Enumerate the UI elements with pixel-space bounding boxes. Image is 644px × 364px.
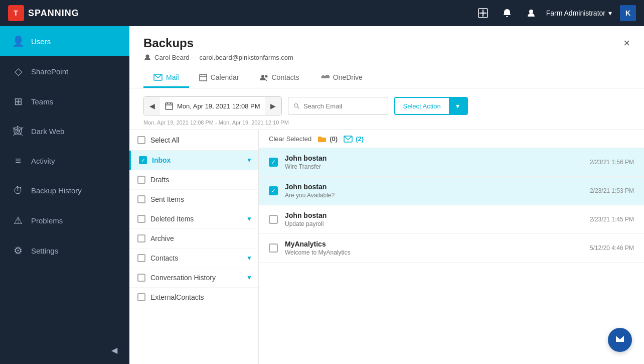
chat-button[interactable] (608, 328, 632, 352)
main-layout: 👤 Users ◇ SharePoint ⊞ Teams 🕸 Dark Web … (0, 26, 644, 364)
app-logo: T SPANNING (8, 5, 79, 21)
panel-title: Backups (143, 36, 194, 50)
date-next-button[interactable]: ▶ (265, 97, 281, 115)
folder-checkbox-contacts[interactable] (137, 254, 145, 262)
folder-dropdown-contacts[interactable]: ▼ (246, 255, 252, 262)
folder-checkbox-archive[interactable] (137, 234, 145, 242)
date-value: Mon, Apr 19, 2021 12:08 PM (177, 102, 260, 110)
sidebar: 👤 Users ◇ SharePoint ⊞ Teams 🕸 Dark Web … (0, 26, 129, 364)
clear-selected-button[interactable]: Clear Selected (269, 135, 311, 143)
folder-label-conversation-history: Conversation History (150, 274, 216, 282)
folder-label-drafts: Drafts (150, 176, 169, 184)
folder-item-deleted-items[interactable]: Deleted Items ▼ (129, 209, 258, 229)
svg-line-17 (297, 107, 299, 108)
sidebar-item-sharepoint[interactable]: ◇ SharePoint (0, 56, 129, 86)
user-dropdown-arrow: ▾ (608, 9, 612, 17)
folder-dropdown-inbox[interactable]: ▼ (246, 157, 252, 164)
folder-panel: Select All Inbox ▼ Drafts Sent Items (129, 130, 259, 364)
user-menu[interactable]: Farm Administrator ▾ (546, 9, 612, 17)
folder-checkbox-conversation-history[interactable] (137, 274, 145, 282)
folder-checkbox-deleted-items[interactable] (137, 215, 145, 223)
sidebar-collapse-button[interactable]: ◀ (0, 336, 129, 364)
logo-icon: T (8, 5, 24, 21)
folder-checkbox-drafts[interactable] (137, 176, 145, 184)
mail-badge-icon (344, 136, 353, 143)
folder-item-archive[interactable]: Archive (129, 229, 258, 249)
folder-item-external-contacts[interactable]: ExternalContacts (129, 288, 258, 307)
email-row-4[interactable]: MyAnalytics Welcome to MyAnalytics 5/12/… (259, 234, 644, 263)
email-date-4: 5/12/20 4:46 PM (590, 245, 634, 252)
folder-dropdown-deleted[interactable]: ▼ (246, 215, 252, 222)
tab-bar: Mail Calendar Contacts OneDrive (143, 68, 630, 88)
svg-rect-12 (166, 103, 173, 109)
folder-label-external-contacts: ExternalContacts (150, 293, 204, 301)
email-sender-2: John bostan (285, 183, 583, 191)
email-checkbox-3[interactable] (269, 215, 278, 224)
user-email: Carol Beard — carol.beard@pinkstonfarms.… (154, 54, 293, 61)
folder-checkbox-sent-items[interactable] (137, 195, 145, 203)
select-action-dropdown[interactable]: ▾ (449, 98, 467, 114)
folder-checkbox-inbox[interactable] (139, 156, 147, 164)
add-button[interactable] (474, 4, 492, 22)
email-row-2[interactable]: John bostan Are you Available? 2/23/21 1… (259, 177, 644, 205)
email-info-1: John bostan Wire Transfer (285, 154, 583, 170)
sidebar-item-darkweb[interactable]: 🕸 Dark Web (0, 116, 129, 146)
panel-subtitle: Carol Beard — carol.beard@pinkstonfarms.… (143, 53, 630, 61)
backup-history-icon: ⏱ (12, 185, 24, 196)
notifications-button[interactable] (498, 4, 516, 22)
tab-mail-label: Mail (166, 73, 179, 81)
sidebar-item-backup-history[interactable]: ⏱ Backup History (0, 176, 129, 205)
tab-calendar[interactable]: Calendar (189, 68, 249, 88)
email-checkbox-4[interactable] (269, 244, 278, 253)
sidebar-label-settings: Settings (31, 247, 58, 255)
email-checkbox-2[interactable] (269, 186, 278, 195)
folder-item-inbox[interactable]: Inbox ▼ (129, 151, 258, 170)
sidebar-label-backup-history: Backup History (31, 186, 82, 195)
sidebar-item-users[interactable]: 👤 Users (0, 26, 129, 56)
sidebar-item-problems[interactable]: ⚠ Problems (0, 205, 129, 235)
mail-badge-count: (2) (356, 135, 364, 143)
search-input[interactable] (303, 102, 383, 110)
sidebar-item-activity[interactable]: ≡ Activity (0, 146, 129, 176)
folder-checkbox-external-contacts[interactable] (137, 293, 145, 301)
kace-logo: K (620, 5, 636, 21)
select-action-button[interactable]: Select Action ▾ (394, 97, 468, 115)
tab-contacts[interactable]: Contacts (249, 68, 309, 88)
user-profile-button[interactable] (522, 4, 540, 22)
panel-header: Backups × Carol Beard — carol.beard@pink… (129, 26, 644, 88)
email-date-1: 2/23/21 1:56 PM (590, 159, 634, 166)
folder-item-sent-items[interactable]: Sent Items (129, 190, 258, 209)
tab-onedrive[interactable]: OneDrive (309, 68, 373, 88)
calendar-icon (165, 102, 173, 110)
tab-onedrive-label: OneDrive (333, 73, 363, 81)
folder-item-conversation-history[interactable]: Conversation History ▼ (129, 268, 258, 288)
date-prev-button[interactable]: ◀ (144, 97, 160, 115)
email-subject-2: Are you Available? (285, 192, 583, 199)
folder-label-archive: Archive (150, 234, 174, 242)
email-header-bar: Clear Selected (0) (2) (259, 130, 644, 148)
email-checkbox-1[interactable] (269, 158, 278, 167)
toolbar-row: ◀ Mon, Apr 19, 2021 12:08 PM ▶ Select Ac… (129, 88, 644, 119)
select-all-row: Select All (129, 130, 258, 151)
email-date-3: 2/23/21 1:45 PM (590, 216, 634, 223)
teams-icon: ⊞ (12, 95, 24, 107)
settings-icon: ⚙ (12, 245, 24, 257)
sidebar-label-sharepoint: SharePoint (31, 67, 68, 76)
sidebar-item-teams[interactable]: ⊞ Teams (0, 86, 129, 116)
folder-item-contacts[interactable]: Contacts ▼ (129, 249, 258, 268)
folder-label-inbox: Inbox (152, 156, 171, 164)
onedrive-tab-icon (319, 74, 330, 80)
sidebar-label-darkweb: Dark Web (31, 127, 64, 136)
close-button[interactable]: × (623, 38, 630, 49)
folder-badge-count: (0) (330, 135, 338, 143)
email-row-1[interactable]: John bostan Wire Transfer 2/23/21 1:56 P… (259, 148, 644, 177)
folder-dropdown-conversation[interactable]: ▼ (246, 274, 252, 281)
email-sender-4: MyAnalytics (285, 240, 583, 248)
email-row-3[interactable]: John bostan Update payroll 2/23/21 1:45 … (259, 205, 644, 234)
collapse-icon: ◀ (111, 345, 117, 355)
tab-mail[interactable]: Mail (143, 68, 189, 88)
sidebar-item-settings[interactable]: ⚙ Settings (0, 235, 129, 266)
folder-item-drafts[interactable]: Drafts (129, 170, 258, 190)
email-sender-1: John bostan (285, 154, 583, 162)
select-all-checkbox[interactable] (137, 136, 145, 144)
